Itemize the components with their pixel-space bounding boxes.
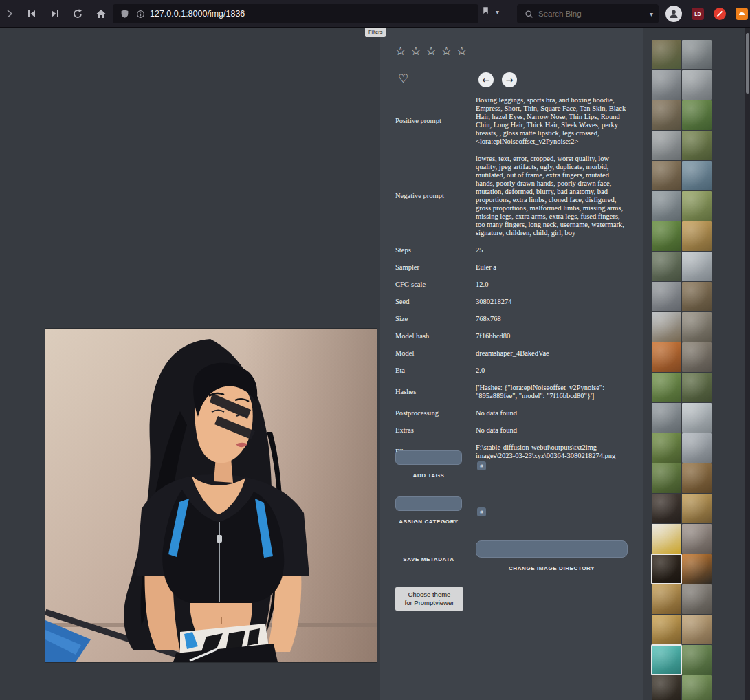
bookmark-icon[interactable] — [481, 6, 490, 18]
star-icon[interactable]: ☆ — [441, 45, 452, 57]
next-image-button[interactable]: → — [502, 72, 517, 87]
thumbnail-brown-ridge[interactable] — [652, 100, 681, 130]
thumbnail-snow-range[interactable] — [682, 252, 712, 281]
meta-label: Model — [395, 349, 476, 358]
star-icon[interactable]: ☆ — [395, 45, 406, 57]
thumbnail-snowy-village[interactable] — [652, 312, 681, 342]
thumbnail-alpine-slope[interactable] — [652, 131, 681, 160]
meta-value: No data found — [476, 409, 629, 417]
thumbnail-cabin-interior[interactable] — [682, 463, 712, 493]
thumbnail-rocky-mountain[interactable] — [682, 40, 712, 69]
thumbnail-green-canyon[interactable] — [682, 645, 712, 675]
thumbnail-forest-ridge[interactable] — [682, 373, 712, 402]
thumbnail-ridge-line[interactable] — [652, 191, 681, 221]
thumbnail-highland-meadow[interactable] — [682, 131, 712, 160]
theme-button-line1: Choose theme — [408, 591, 451, 598]
meta-label: Negative prompt — [395, 192, 476, 200]
add-tags-input[interactable] — [395, 450, 462, 465]
thumbnail-bar-bottles[interactable] — [652, 554, 681, 584]
thumbnail-terraced-hillside[interactable] — [652, 40, 681, 69]
extension-orange-icon[interactable] — [736, 8, 748, 20]
site-info-icon[interactable] — [134, 8, 146, 20]
meta-value: Euler a — [476, 263, 629, 272]
assign-category-button[interactable]: ASSIGN CATEGORY — [395, 518, 462, 525]
search-engine-dropdown-icon[interactable]: ▾ — [650, 10, 653, 18]
thumbnail-gray-peaks[interactable] — [652, 70, 681, 100]
thumbnail-toucan[interactable] — [652, 524, 681, 554]
thumbnail-mossy-rocks[interactable] — [652, 252, 681, 281]
meta-label: Sampler — [395, 263, 476, 272]
thumbnail-rolling-hills[interactable] — [652, 373, 681, 402]
star-icon[interactable]: ☆ — [426, 45, 437, 57]
thumbnail-giraffe-closeup[interactable] — [682, 221, 712, 251]
thumbnail-giraffe-plain[interactable] — [682, 191, 712, 221]
meta-value: 25 — [476, 246, 629, 254]
thumbnail-abstract-art[interactable] — [682, 524, 712, 554]
meta-row: Hashes['Hashes: {"lora:epiNoiseoffset_v2… — [395, 384, 629, 400]
thumbnail-snow-summit[interactable] — [682, 403, 712, 433]
thumbnail-green-field[interactable] — [652, 221, 681, 251]
url-input[interactable] — [150, 9, 473, 19]
forward-icon[interactable] — [47, 6, 63, 22]
thumbnail-fox[interactable] — [652, 342, 681, 372]
search-input[interactable] — [538, 10, 650, 18]
previous-image-button[interactable]: ← — [478, 72, 494, 87]
extension-ld-icon[interactable]: LD — [692, 8, 704, 20]
back-icon[interactable] — [23, 6, 40, 22]
assign-category-input[interactable] — [395, 496, 462, 511]
profile-avatar[interactable] — [665, 6, 682, 22]
thumbnail-koi-pond[interactable] — [682, 554, 712, 584]
thumbnail-mountain-lake[interactable] — [682, 161, 712, 190]
meta-label: Model hash — [395, 332, 476, 340]
add-tags-button[interactable]: ADD TAGS — [395, 472, 462, 479]
thumbnail-meadow-path[interactable] — [652, 433, 681, 463]
thumbnail-mountain-goat[interactable] — [682, 312, 712, 342]
thumbnail-elephants[interactable] — [682, 342, 712, 372]
filters-tab[interactable]: Filters — [365, 28, 386, 37]
url-bar[interactable] — [113, 4, 478, 23]
category-hash-badge[interactable]: # — [477, 507, 486, 516]
tags-hash-badge[interactable]: # — [477, 461, 486, 470]
extension-blocker-icon[interactable] — [714, 8, 726, 20]
meta-row: CFG scale12.0 — [395, 281, 629, 289]
bookmarks-dropdown-icon[interactable]: ▾ — [496, 8, 499, 16]
star-icon[interactable]: ☆ — [456, 45, 467, 57]
meta-value: Boxing leggings, sports bra, and boxing … — [476, 96, 629, 146]
thumbnail-glacier[interactable] — [682, 433, 712, 463]
meta-row: Model hash7f16bbcd80 — [395, 332, 629, 340]
star-icon[interactable]: ☆ — [410, 45, 421, 57]
change-image-directory-button[interactable]: CHANGE IMAGE DIRECTORY — [476, 565, 628, 571]
thumbnail-leopard[interactable] — [682, 494, 712, 523]
favorite-heart-icon[interactable]: ♡ — [398, 72, 408, 85]
thumbnail-misty-mountains[interactable] — [682, 70, 712, 100]
home-icon[interactable] — [93, 6, 109, 22]
thumbnail-pond-art[interactable] — [652, 645, 681, 675]
thumbnail-green-valley[interactable] — [682, 100, 712, 130]
thumbnail-golden-arches[interactable] — [652, 615, 681, 644]
thumbnail-bottle-shelf[interactable] — [652, 494, 681, 523]
thumbnail-forest-trail[interactable] — [652, 463, 681, 493]
save-metadata-button[interactable]: SAVE METADATA — [395, 556, 462, 562]
meta-label: Extras — [395, 426, 476, 435]
meta-row: SamplerEuler a — [395, 263, 629, 272]
image-directory-input[interactable] — [476, 540, 628, 558]
sidebar-expand-icon[interactable] — [1, 6, 18, 22]
meta-value: F:\stable-diffusion-webui\outputs\txt2im… — [476, 444, 629, 460]
choose-theme-button[interactable]: Choose theme for Promptviewer — [395, 587, 463, 611]
scrollbar-track[interactable] — [745, 28, 750, 700]
reload-icon[interactable] — [69, 6, 86, 22]
thumbnail-valley-view[interactable] — [682, 675, 712, 700]
thumbnail-cathedral-gold[interactable] — [652, 584, 681, 614]
thumbnail-cliff-lookout[interactable] — [652, 161, 681, 190]
thumbnail-desert-building[interactable] — [682, 615, 712, 644]
thumbnail-stone-arch[interactable] — [682, 584, 712, 614]
thumbnail-stone-peak[interactable] — [652, 282, 681, 311]
thumbnail-dark-hall[interactable] — [652, 675, 681, 700]
meta-label: Positive prompt — [395, 117, 476, 125]
meta-label: Seed — [395, 298, 476, 306]
thumbnail-dirt-path[interactable] — [682, 282, 712, 311]
shield-icon[interactable] — [118, 8, 131, 20]
thumbnail-twin-peaks[interactable] — [652, 403, 681, 433]
scrollbar-thumb[interactable] — [746, 33, 749, 94]
search-bar[interactable]: ▾ — [517, 4, 659, 23]
